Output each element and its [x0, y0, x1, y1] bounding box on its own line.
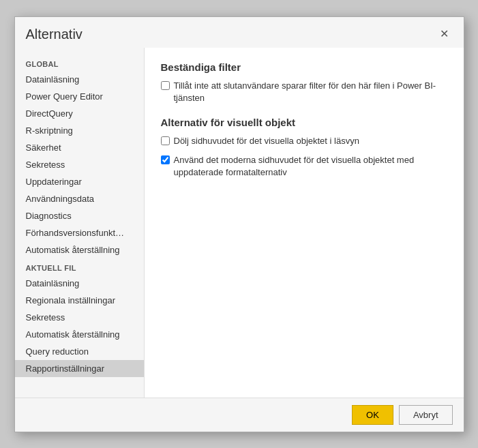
- filter-checkbox-row: Tillåt inte att slutanvändare sparar fil…: [161, 80, 447, 104]
- sidebar-item-rapportinstallningar[interactable]: Rapportinställningar: [15, 360, 144, 377]
- visual-checkbox1-row: Dölj sidhuvudet för det visuella objekte…: [161, 135, 447, 147]
- sidebar-item-diagnostics[interactable]: Diagnostics: [15, 207, 144, 224]
- footer: OK Avbryt: [15, 398, 464, 432]
- content-area: Beständiga filter Tillåt inte att slutan…: [145, 48, 464, 398]
- sidebar-item-sekretess-global[interactable]: Sekretess: [15, 156, 144, 173]
- sidebar-item-uppdateringar[interactable]: Uppdateringar: [15, 173, 144, 190]
- sidebar-item-sakerhet[interactable]: Säkerhet: [15, 139, 144, 156]
- filter-checkbox1-label: Tillåt inte att slutanvändare sparar fil…: [174, 80, 447, 104]
- visual-checkbox2-row: Använd det moderna sidhuvudet för det vi…: [161, 154, 447, 179]
- sidebar: GLOBAL Datainläsning Power Query Editor …: [15, 48, 145, 398]
- sidebar-item-automatisk-aktuell[interactable]: Automatisk återställning: [15, 326, 144, 343]
- visual-section-title: Alternativ för visuellt objekt: [161, 117, 447, 128]
- sidebar-item-forhandsversionsfunkt[interactable]: Förhandsversionsfunkt…: [15, 224, 144, 241]
- filter-checkbox1[interactable]: [161, 81, 170, 90]
- ok-button[interactable]: OK: [352, 405, 393, 425]
- global-section-label: GLOBAL: [15, 55, 144, 71]
- sidebar-item-datainlasning-global[interactable]: Datainläsning: [15, 71, 144, 88]
- visual-checkbox1-label: Dölj sidhuvudet för det visuella objekte…: [174, 135, 359, 147]
- close-button[interactable]: ✕: [436, 27, 453, 41]
- visual-checkbox2-label: Använd det moderna sidhuvudet för det vi…: [174, 154, 447, 179]
- sidebar-item-datainlasning-aktuell[interactable]: Datainläsning: [15, 275, 144, 292]
- dialog: Alternativ ✕ GLOBAL Datainläsning Power …: [14, 16, 464, 432]
- dialog-title: Alternativ: [26, 27, 83, 42]
- aktuell-section-label: AKTUELL FIL: [15, 258, 144, 275]
- sidebar-item-r-skriptning[interactable]: R-skriptning: [15, 122, 144, 139]
- cancel-button[interactable]: Avbryt: [399, 405, 453, 425]
- sidebar-item-regionala[interactable]: Regionala inställningar: [15, 292, 144, 309]
- sidebar-item-automatisk-global[interactable]: Automatisk återställning: [15, 241, 144, 258]
- sidebar-item-query-reduction[interactable]: Query reduction: [15, 343, 144, 360]
- visual-checkbox1[interactable]: [161, 136, 170, 145]
- dialog-body: GLOBAL Datainläsning Power Query Editor …: [15, 48, 464, 398]
- sidebar-item-directquery[interactable]: DirectQuery: [15, 105, 144, 122]
- sidebar-item-sekretess-aktuell[interactable]: Sekretess: [15, 309, 144, 326]
- visual-checkbox2[interactable]: [161, 155, 170, 164]
- sidebar-item-power-query-editor[interactable]: Power Query Editor: [15, 88, 144, 105]
- filter-section-title: Beständiga filter: [161, 61, 447, 73]
- sidebar-item-anvandningsdata[interactable]: Användningsdata: [15, 190, 144, 207]
- title-bar: Alternativ ✕: [15, 17, 464, 48]
